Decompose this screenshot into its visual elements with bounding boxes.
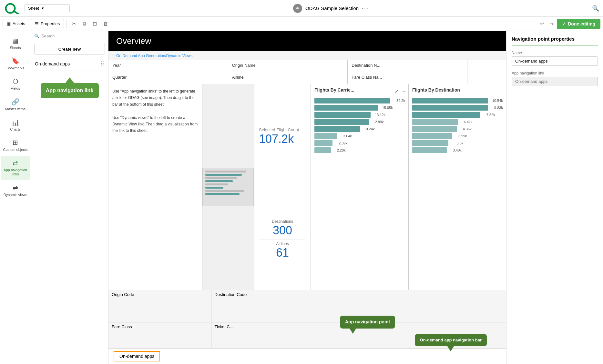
filter-quarter[interactable]: Quarter — [108, 72, 228, 84]
copy-button[interactable]: ⧉ — [80, 19, 89, 29]
bar-2 — [314, 112, 371, 118]
dest-bar-label-1: 9.83k — [490, 106, 503, 110]
bar-7 — [314, 147, 331, 153]
destinations-label: Destinations — [272, 219, 293, 224]
destinations-value: 300 — [273, 224, 292, 237]
sidebar-item-fields[interactable]: ⬡ Fields — [1, 74, 30, 94]
checkmark-icon: ✓ — [562, 21, 566, 26]
sheets-icon: ▦ — [12, 37, 18, 44]
panel-item-on-demand-apps: On-demand apps ⠿ — [31, 57, 108, 71]
bar-4 — [314, 126, 360, 132]
redo-button[interactable]: ↪ — [547, 19, 556, 28]
nav-link-field-group: App navigation link — [512, 71, 598, 86]
top-right: 🔍 — [592, 5, 599, 12]
sidebar-item-dynamic-views[interactable]: ⇌ Dynamic views — [1, 181, 30, 200]
dest-bar-label-7: 3.48k — [449, 148, 462, 152]
on-demand-nav-box[interactable]: On-demand apps — [114, 351, 160, 361]
bar-row-7: 2.28k — [314, 147, 405, 153]
assets-label: Assets — [13, 21, 25, 26]
filter-airline[interactable]: Airline — [228, 72, 348, 84]
dest-bar-row-4: 4.36k — [412, 126, 503, 132]
name-field-label: Name — [512, 51, 598, 55]
panel-item-label: On-demand apps — [35, 61, 70, 66]
drag-icon[interactable]: ⠿ — [100, 60, 104, 67]
dest-bar-3 — [412, 119, 458, 125]
right-panel-title: Navigation point properties — [512, 36, 598, 45]
sidebar-item-custom-objects[interactable]: ⊞ Custom objects — [1, 135, 30, 155]
filter-fare-class[interactable]: Fare Class — [108, 322, 211, 348]
dest-bar-5 — [412, 133, 452, 139]
instruction-card: Use "App navigation links" to the left t… — [108, 84, 202, 290]
grid-icon: ▦ — [7, 21, 11, 26]
sidebar-item-charts[interactable]: 📊 Charts — [1, 115, 30, 135]
search-icon: 🔍 — [34, 34, 39, 38]
create-new-button[interactable]: Create new — [34, 44, 105, 54]
expand-icon-carrier[interactable]: ⤢ — [395, 89, 399, 94]
sheet-header: Overview — [108, 31, 506, 51]
done-label: Done editing — [568, 21, 595, 26]
bar-label-5: 3.04k — [339, 134, 352, 138]
sidebar-label-sheets: Sheets — [10, 46, 21, 50]
filter-destination-n[interactable]: Destination N... — [348, 60, 467, 72]
done-editing-button[interactable]: ✓ Done editing — [557, 19, 600, 29]
bar-label-1: 15.05k — [380, 106, 393, 110]
sidebar-item-app-nav[interactable]: ⇄ App navigation links — [1, 156, 30, 180]
undo-button[interactable]: ↩ — [538, 19, 546, 28]
bar-5 — [314, 133, 337, 139]
carrier-bars: 39.2k 15.05k 13.12k — [314, 98, 405, 153]
delete-button[interactable]: 🗑 — [101, 19, 111, 29]
dest-bar-1 — [412, 105, 488, 111]
bottom-filter-area: Origin Code Destination Code — [108, 290, 506, 322]
dest-bar-row-1: 9.83k — [412, 105, 503, 111]
filter-ticket-c[interactable]: Ticket C... — [211, 322, 314, 348]
more-options-icon[interactable]: ··· — [362, 5, 369, 12]
sidebar-item-master-items[interactable]: 🔗 Master items — [1, 95, 30, 114]
dest-bar-row-6: 3.8k — [412, 140, 503, 146]
dest-bar-label-0: 10.54k — [490, 99, 503, 103]
name-field-input[interactable] — [512, 56, 598, 66]
bar-label-2: 13.12k — [373, 113, 385, 117]
odag-icon: ⊕ — [293, 4, 302, 13]
bar-0 — [314, 98, 390, 103]
sidebar-label-charts: Charts — [10, 127, 20, 132]
toolbar-separator — [66, 20, 67, 28]
breadcrumb-link[interactable]: On Demand App Generation/Dynamic Views — [112, 52, 197, 60]
nav-link-field-input[interactable] — [512, 77, 598, 86]
sheet-dropdown[interactable]: Sheet ▾ — [25, 4, 70, 12]
chart-icons-carrier: ⤢ ··· — [395, 89, 405, 94]
assets-button[interactable]: ▦ Assets — [3, 19, 29, 28]
nav-link-card[interactable]: App navigation link — [41, 83, 99, 98]
fields-icon: ⬡ — [13, 77, 18, 85]
sidebar-label-custom-objects: Custom objects — [3, 148, 28, 152]
on-demand-bar: On-demand apps On-demand app navigation … — [108, 348, 506, 364]
filter-fare-class-na[interactable]: Fare Class Na... — [348, 72, 467, 84]
filter-destination-code[interactable]: Destination Code — [211, 290, 314, 322]
top-center: ⊕ ODAG Sample Selection ··· — [74, 4, 588, 13]
bar-row-2: 13.12k — [314, 112, 405, 118]
bar-3 — [314, 119, 369, 125]
paste-button[interactable]: ⊡ — [90, 19, 99, 29]
sidebar-item-bookmarks[interactable]: 🔖 Bookmarks — [1, 54, 30, 74]
filter-origin-code[interactable]: Origin Code — [108, 290, 211, 322]
sidebar-item-sheets[interactable]: ▦ Sheets — [1, 34, 30, 53]
bar-label-7: 2.28k — [333, 148, 346, 152]
bar-label-6: 2.39k — [334, 141, 347, 145]
bar-row-1: 15.05k — [314, 105, 405, 111]
properties-button[interactable]: ☰ Properties — [31, 19, 64, 28]
cut-button[interactable]: ✂ — [69, 19, 79, 29]
bookmarks-icon: 🔖 — [11, 57, 19, 65]
more-icon-carrier[interactable]: ··· — [401, 89, 405, 94]
bar-row-0: 39.2k — [314, 98, 405, 103]
app-title: ODAG Sample Selection — [305, 5, 359, 11]
main-layout: ▦ Sheets 🔖 Bookmarks ⬡ Fields 🔗 Master i… — [0, 31, 603, 364]
callout-nav-point-label: App navigation point — [345, 319, 390, 324]
search-box: 🔍 — [31, 31, 108, 41]
panel-icon: ☰ — [35, 21, 39, 26]
filter-origin-name[interactable]: Origin Name — [228, 60, 348, 72]
bar-label-3: 12.89k — [371, 120, 384, 124]
search-input[interactable] — [41, 34, 105, 38]
search-button[interactable]: 🔍 — [592, 5, 599, 12]
filter-year[interactable]: Year — [108, 60, 228, 72]
charts-icon: 📊 — [11, 118, 19, 126]
dest-bar-row-0: 10.54k — [412, 98, 503, 103]
